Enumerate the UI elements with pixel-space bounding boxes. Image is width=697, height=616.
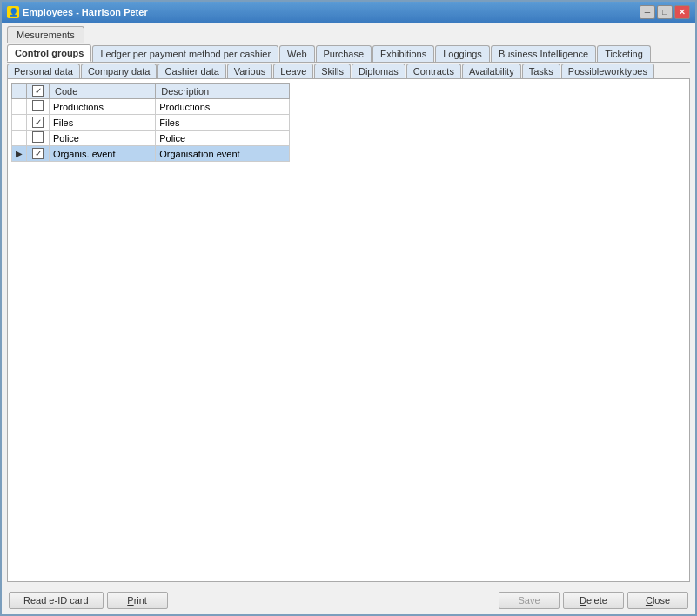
tab-company-data[interactable]: Company data xyxy=(81,64,157,78)
main-tab-row: Control groups Ledger per payment method… xyxy=(7,44,690,63)
tab-skills[interactable]: Skills xyxy=(314,64,351,78)
tab-web[interactable]: Web xyxy=(279,45,314,62)
tab-business-intelligence[interactable]: Business Intelligence xyxy=(491,45,596,62)
delete-label: Delete xyxy=(580,595,607,606)
table-row[interactable]: ▶ ✓ Organis. event Organisation event xyxy=(12,146,290,162)
row-checkbox-3[interactable] xyxy=(27,131,50,146)
maximize-button[interactable]: □ xyxy=(657,5,673,19)
tab-leave[interactable]: Leave xyxy=(273,64,313,78)
secondary-tab-row: Personal data Company data Cashier data … xyxy=(7,64,690,79)
tab-availability[interactable]: Availability xyxy=(462,64,521,78)
top-tab-bar: Mesurements xyxy=(7,26,690,43)
header-checkbox[interactable]: ✓ xyxy=(32,85,44,97)
content-area: ✓ Code Description Productions xyxy=(7,79,690,582)
row-code-2: Files xyxy=(50,115,156,131)
print-label: Print xyxy=(127,595,147,606)
control-groups-table: ✓ Code Description Productions xyxy=(11,83,290,162)
checkbox-police[interactable] xyxy=(32,131,44,143)
minimize-button[interactable]: ─ xyxy=(640,5,655,19)
footer-bar: Read e-ID card Print Save Delete Close xyxy=(2,586,695,614)
window-icon: 👤 xyxy=(7,6,19,18)
row-code-4: Organis. event xyxy=(50,146,156,162)
tab-measurements[interactable]: Mesurements xyxy=(7,26,84,43)
tab-cashier-data[interactable]: Cashier data xyxy=(157,64,225,78)
close-label: Close xyxy=(646,595,670,606)
row-desc-1: Productions xyxy=(156,99,290,115)
tab-various[interactable]: Various xyxy=(227,64,272,78)
read-eid-button[interactable]: Read e-ID card xyxy=(9,592,104,609)
tab-ticketing[interactable]: Ticketing xyxy=(597,45,651,62)
checkbox-files[interactable]: ✓ xyxy=(32,117,44,128)
row-arrow-4: ▶ xyxy=(12,146,27,162)
print-button[interactable]: Print xyxy=(107,592,168,609)
table-row[interactable]: Productions Productions xyxy=(12,99,290,115)
tab-tasks[interactable]: Tasks xyxy=(522,64,560,78)
tab-loggings[interactable]: Loggings xyxy=(435,45,490,62)
tab-ledger[interactable]: Ledger per payment method per cashier xyxy=(92,45,278,62)
table-container: ✓ Code Description Productions xyxy=(8,79,689,581)
row-arrow-3 xyxy=(12,131,27,146)
tab-possible-worktypes[interactable]: Possibleworktypes xyxy=(561,64,654,78)
title-bar-left: 👤 Employees - Harrison Peter xyxy=(7,6,148,18)
col-arrow xyxy=(12,84,27,99)
title-bar: 👤 Employees - Harrison Peter ─ □ ✕ xyxy=(2,2,695,23)
table-row[interactable]: Police Police xyxy=(12,131,290,146)
row-desc-4: Organisation event xyxy=(156,146,290,162)
checkbox-productions[interactable] xyxy=(32,100,44,111)
table-row[interactable]: ✓ Files Files xyxy=(12,115,290,131)
close-window-button[interactable]: ✕ xyxy=(674,5,690,19)
row-arrow-1 xyxy=(12,99,27,115)
col-checkbox: ✓ xyxy=(27,84,50,99)
col-code-header: Code xyxy=(50,84,156,99)
tab-purchase[interactable]: Purchase xyxy=(316,45,372,62)
window-content: Mesurements Control groups Ledger per pa… xyxy=(2,23,695,586)
tab-contracts[interactable]: Contracts xyxy=(406,64,461,78)
tab-diplomas[interactable]: Diplomas xyxy=(352,64,405,78)
main-window: 👤 Employees - Harrison Peter ─ □ ✕ Mesur… xyxy=(0,0,697,616)
row-desc-2: Files xyxy=(156,115,290,131)
close-button[interactable]: Close xyxy=(627,592,688,609)
row-checkbox-1[interactable] xyxy=(27,99,50,115)
save-button[interactable]: Save xyxy=(499,592,560,609)
window-title: Employees - Harrison Peter xyxy=(23,7,148,17)
footer-right: Save Delete Close xyxy=(499,592,688,609)
row-arrow-2 xyxy=(12,115,27,131)
row-code-1: Productions xyxy=(50,99,156,115)
footer-left: Read e-ID card Print xyxy=(9,592,168,609)
tab-personal-data[interactable]: Personal data xyxy=(7,64,80,78)
row-checkbox-4[interactable]: ✓ xyxy=(27,146,50,162)
row-checkbox-2[interactable]: ✓ xyxy=(27,115,50,131)
col-description-header: Description xyxy=(156,84,290,99)
title-buttons: ─ □ ✕ xyxy=(640,5,690,19)
row-desc-3: Police xyxy=(156,131,290,146)
tab-exhibitions[interactable]: Exhibitions xyxy=(372,45,434,62)
delete-button[interactable]: Delete xyxy=(563,592,624,609)
checkbox-organis-event[interactable]: ✓ xyxy=(32,148,44,159)
tab-control-groups[interactable]: Control groups xyxy=(7,44,91,62)
row-code-3: Police xyxy=(50,131,156,146)
